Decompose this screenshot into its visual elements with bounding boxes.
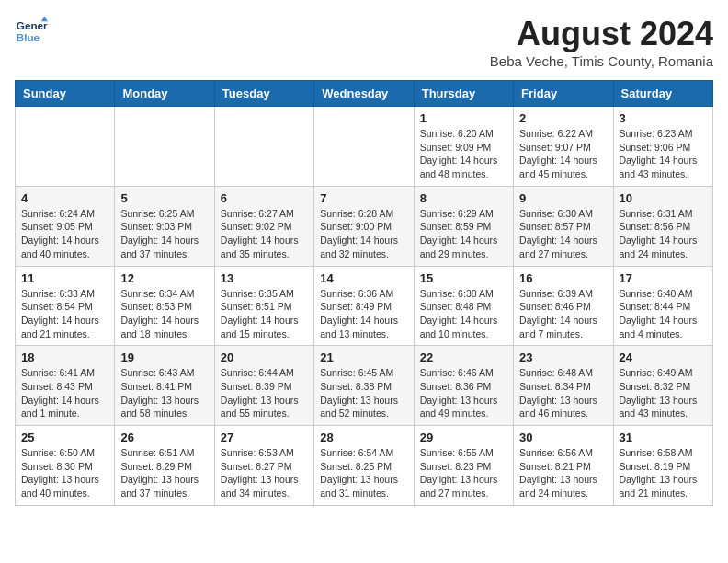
day-number: 21 [320,350,407,364]
day-number: 16 [519,271,607,285]
calendar-table: SundayMondayTuesdayWednesdayThursdayFrid… [15,80,713,506]
month-title: August 2024 [490,15,713,53]
calendar-week-row: 4Sunrise: 6:24 AMSunset: 9:05 PMDaylight… [16,186,713,266]
day-number: 8 [420,191,507,205]
day-info: Sunrise: 6:53 AMSunset: 8:27 PMDaylight:… [221,446,308,500]
weekday-header-cell: Friday [514,81,613,107]
calendar-cell: 31Sunrise: 6:58 AMSunset: 8:19 PMDayligh… [613,426,712,506]
day-info: Sunrise: 6:56 AMSunset: 8:21 PMDaylight:… [519,446,607,500]
calendar-body: 1Sunrise: 6:20 AMSunset: 9:09 PMDaylight… [16,107,713,506]
day-info: Sunrise: 6:36 AMSunset: 8:49 PMDaylight:… [320,287,407,341]
day-number: 14 [320,271,407,285]
day-number: 25 [21,431,108,444]
day-info: Sunrise: 6:55 AMSunset: 8:23 PMDaylight:… [420,446,507,500]
day-info: Sunrise: 6:25 AMSunset: 9:03 PMDaylight:… [120,207,208,261]
day-info: Sunrise: 6:44 AMSunset: 8:39 PMDaylight:… [221,366,308,420]
day-info: Sunrise: 6:28 AMSunset: 9:00 PMDaylight:… [320,207,407,261]
day-number: 1 [420,111,507,125]
day-number: 19 [120,350,208,364]
day-info: Sunrise: 6:27 AMSunset: 9:02 PMDaylight:… [221,207,308,261]
day-number: 15 [420,271,507,285]
weekday-header-cell: Wednesday [314,81,414,107]
calendar-cell [314,107,414,187]
calendar-cell: 30Sunrise: 6:56 AMSunset: 8:21 PMDayligh… [514,426,613,506]
day-number: 23 [519,350,607,364]
day-number: 4 [21,191,108,205]
day-info: Sunrise: 6:22 AMSunset: 9:07 PMDaylight:… [519,127,607,181]
calendar-week-row: 18Sunrise: 6:41 AMSunset: 8:43 PMDayligh… [16,346,713,426]
day-number: 10 [620,191,707,205]
calendar-cell [214,107,313,187]
calendar-cell: 5Sunrise: 6:25 AMSunset: 9:03 PMDaylight… [115,186,214,266]
day-info: Sunrise: 6:58 AMSunset: 8:19 PMDaylight:… [620,446,707,500]
calendar-cell [16,107,115,187]
header: General Blue General Blue August 2024 Be… [15,15,713,69]
day-info: Sunrise: 6:30 AMSunset: 8:57 PMDaylight:… [519,207,607,261]
svg-text:Blue: Blue [17,31,40,43]
day-number: 13 [221,271,308,285]
day-info: Sunrise: 6:20 AMSunset: 9:09 PMDaylight:… [420,127,507,181]
day-info: Sunrise: 6:45 AMSunset: 8:38 PMDaylight:… [320,366,407,420]
day-number: 20 [221,350,308,364]
calendar-cell: 14Sunrise: 6:36 AMSunset: 8:49 PMDayligh… [314,266,414,346]
logo: General Blue General Blue [15,15,48,48]
day-number: 11 [21,271,108,285]
day-number: 26 [120,431,208,444]
weekday-header-cell: Thursday [414,81,513,107]
day-number: 31 [620,431,707,444]
calendar-cell: 18Sunrise: 6:41 AMSunset: 8:43 PMDayligh… [16,346,115,426]
weekday-header-cell: Sunday [16,81,115,107]
calendar-cell: 4Sunrise: 6:24 AMSunset: 9:05 PMDaylight… [16,186,115,266]
day-info: Sunrise: 6:31 AMSunset: 8:56 PMDaylight:… [620,207,707,261]
day-number: 5 [120,191,208,205]
day-info: Sunrise: 6:43 AMSunset: 8:41 PMDaylight:… [120,366,208,420]
day-number: 2 [519,111,607,125]
weekday-header-cell: Saturday [613,81,712,107]
day-number: 22 [420,350,507,364]
calendar-cell: 11Sunrise: 6:33 AMSunset: 8:54 PMDayligh… [16,266,115,346]
calendar-cell: 22Sunrise: 6:46 AMSunset: 8:36 PMDayligh… [414,346,513,426]
calendar-cell: 2Sunrise: 6:22 AMSunset: 9:07 PMDaylight… [514,107,613,187]
calendar-cell: 28Sunrise: 6:54 AMSunset: 8:25 PMDayligh… [314,426,414,506]
weekday-header-cell: Monday [115,81,214,107]
calendar-cell [115,107,214,187]
day-info: Sunrise: 6:23 AMSunset: 9:06 PMDaylight:… [620,127,707,181]
day-info: Sunrise: 6:49 AMSunset: 8:32 PMDaylight:… [620,366,707,420]
calendar-cell: 24Sunrise: 6:49 AMSunset: 8:32 PMDayligh… [613,346,712,426]
day-info: Sunrise: 6:46 AMSunset: 8:36 PMDaylight:… [420,366,507,420]
day-info: Sunrise: 6:34 AMSunset: 8:53 PMDaylight:… [120,287,208,341]
day-info: Sunrise: 6:48 AMSunset: 8:34 PMDaylight:… [519,366,607,420]
day-info: Sunrise: 6:29 AMSunset: 8:59 PMDaylight:… [420,207,507,261]
location-title: Beba Veche, Timis County, Romania [490,53,713,69]
calendar-cell: 20Sunrise: 6:44 AMSunset: 8:39 PMDayligh… [214,346,313,426]
calendar-cell: 15Sunrise: 6:38 AMSunset: 8:48 PMDayligh… [414,266,513,346]
calendar-cell: 1Sunrise: 6:20 AMSunset: 9:09 PMDaylight… [414,107,513,187]
day-info: Sunrise: 6:33 AMSunset: 8:54 PMDaylight:… [21,287,108,341]
day-number: 17 [620,271,707,285]
day-info: Sunrise: 6:40 AMSunset: 8:44 PMDaylight:… [620,287,707,341]
weekday-header-row: SundayMondayTuesdayWednesdayThursdayFrid… [16,81,713,107]
calendar-cell: 29Sunrise: 6:55 AMSunset: 8:23 PMDayligh… [414,426,513,506]
day-number: 12 [120,271,208,285]
calendar-cell: 27Sunrise: 6:53 AMSunset: 8:27 PMDayligh… [214,426,313,506]
day-info: Sunrise: 6:39 AMSunset: 8:46 PMDaylight:… [519,287,607,341]
calendar-cell: 16Sunrise: 6:39 AMSunset: 8:46 PMDayligh… [514,266,613,346]
calendar-cell: 13Sunrise: 6:35 AMSunset: 8:51 PMDayligh… [214,266,313,346]
calendar-week-row: 25Sunrise: 6:50 AMSunset: 8:30 PMDayligh… [16,426,713,506]
title-area: August 2024 Beba Veche, Timis County, Ro… [490,15,713,69]
day-info: Sunrise: 6:51 AMSunset: 8:29 PMDaylight:… [120,446,208,500]
day-info: Sunrise: 6:24 AMSunset: 9:05 PMDaylight:… [21,207,108,261]
calendar-cell: 25Sunrise: 6:50 AMSunset: 8:30 PMDayligh… [16,426,115,506]
calendar-week-row: 11Sunrise: 6:33 AMSunset: 8:54 PMDayligh… [16,266,713,346]
calendar-cell: 21Sunrise: 6:45 AMSunset: 8:38 PMDayligh… [314,346,414,426]
day-number: 7 [320,191,407,205]
day-number: 18 [21,350,108,364]
calendar-cell: 8Sunrise: 6:29 AMSunset: 8:59 PMDaylight… [414,186,513,266]
day-number: 3 [620,111,707,125]
day-info: Sunrise: 6:41 AMSunset: 8:43 PMDaylight:… [21,366,108,420]
calendar-cell: 23Sunrise: 6:48 AMSunset: 8:34 PMDayligh… [514,346,613,426]
day-info: Sunrise: 6:54 AMSunset: 8:25 PMDaylight:… [320,446,407,500]
day-info: Sunrise: 6:35 AMSunset: 8:51 PMDaylight:… [221,287,308,341]
calendar-cell: 26Sunrise: 6:51 AMSunset: 8:29 PMDayligh… [115,426,214,506]
calendar-cell: 10Sunrise: 6:31 AMSunset: 8:56 PMDayligh… [613,186,712,266]
